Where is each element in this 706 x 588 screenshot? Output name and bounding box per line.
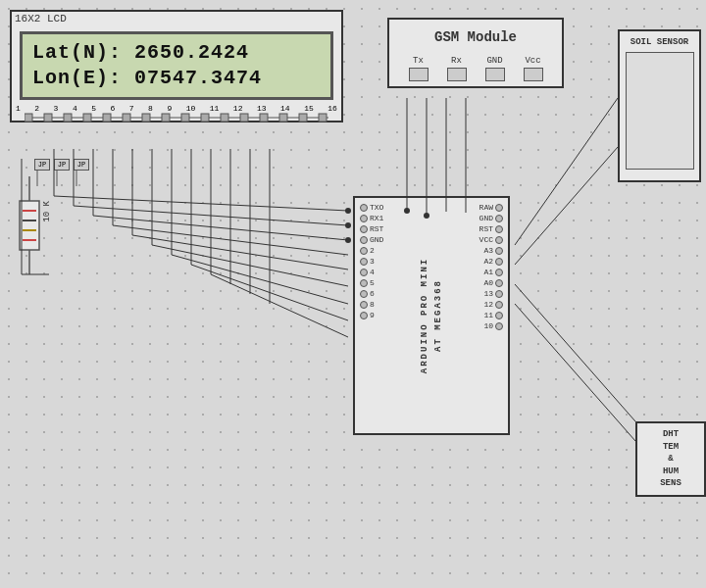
arduino-pin-3: 3	[360, 257, 383, 266]
svg-rect-14	[279, 114, 287, 122]
svg-line-41	[172, 255, 348, 304]
svg-rect-18	[20, 201, 39, 250]
svg-rect-12	[240, 114, 248, 122]
resistor-label: 10 K	[42, 201, 52, 222]
arduino-pin-a2: A2	[479, 257, 503, 266]
arduino-pin-11: 11	[479, 311, 503, 319]
svg-rect-9	[181, 114, 189, 122]
arduino-pin-8: 8	[360, 300, 383, 309]
svg-line-36	[74, 206, 348, 225]
svg-rect-11	[221, 114, 228, 122]
svg-rect-5	[103, 114, 111, 122]
arduino-pin-6: 6	[360, 289, 383, 298]
arduino-pin-13: 13	[479, 289, 503, 298]
svg-line-35	[54, 196, 348, 211]
svg-rect-10	[201, 114, 209, 122]
dht-sensor-title: DHT TEM & HUM SENS	[641, 428, 700, 490]
svg-point-57	[345, 208, 351, 214]
svg-line-55	[515, 284, 635, 421]
arduino-pin-a3: A3	[479, 246, 503, 255]
arduino-pin-rst: RST	[360, 224, 383, 233]
arduino-pin-gnd: GND	[360, 235, 383, 244]
arduino-pin-10: 10	[479, 321, 503, 330]
lcd-module: 16X2 LCD Lat(N): 2650.2424 Lon(E): 07547…	[10, 10, 343, 122]
lcd-screen: Lat(N): 2650.2424 Lon(E): 07547.3474	[20, 31, 333, 100]
svg-point-58	[345, 222, 351, 228]
arduino-pin-2: 2	[360, 246, 383, 255]
arduino-pin-5: 5	[360, 278, 383, 287]
arduino-pin-9: 9	[360, 311, 383, 319]
svg-rect-7	[142, 114, 150, 122]
gsm-pin-vcc	[524, 68, 543, 81]
svg-rect-4	[83, 114, 91, 122]
svg-rect-16	[319, 114, 327, 122]
svg-rect-2	[44, 114, 52, 122]
dht-sensor-module: DHT TEM & HUM SENS	[635, 421, 706, 497]
arduino-left-pins: TXO RX1 RST GND 2 3 4 5 6 8 9	[360, 203, 383, 319]
arduino-pin-a0: A0	[479, 278, 503, 287]
svg-rect-15	[299, 114, 307, 122]
svg-line-40	[152, 245, 348, 286]
svg-rect-6	[123, 114, 130, 122]
gsm-pins: Tx Rx GND Vcc	[389, 53, 562, 86]
svg-line-38	[113, 225, 348, 255]
gsm-module: GSM Module Tx Rx GND Vcc	[387, 18, 564, 88]
svg-line-39	[132, 235, 348, 270]
arduino-pin-rx1: RX1	[360, 214, 383, 222]
gsm-pin-tx	[409, 68, 429, 81]
gsm-pin-rx	[447, 68, 467, 81]
lcd-line1: Lat(N): 2650.2424	[32, 40, 321, 66]
svg-line-43	[211, 274, 348, 337]
svg-rect-1	[25, 114, 32, 122]
svg-line-53	[515, 98, 618, 245]
svg-line-37	[93, 216, 348, 240]
gsm-pin-gnd	[485, 68, 505, 81]
svg-rect-3	[64, 114, 72, 122]
arduino-pin-rst2: RST	[479, 224, 503, 233]
jp-block-2: JP	[54, 159, 70, 171]
soil-sensor-title: SOIL SENSOR	[624, 37, 695, 47]
arduino-pin-4: 4	[360, 268, 383, 276]
arduino-pin-a1: A1	[479, 268, 503, 276]
arduino-pin-raw: RAW	[479, 203, 503, 212]
lcd-pin-row: 1 2 3 4 5 6 7 8 9 10 11 12 13 14 15 16	[12, 104, 341, 113]
lcd-line2: Lon(E): 07547.3474	[32, 66, 321, 91]
arduino-title: ARDUINO PRO MINI AT MEGA368	[418, 258, 446, 373]
svg-rect-13	[260, 114, 268, 122]
lcd-title: 16X2 LCD	[12, 12, 341, 25]
arduino-inner: TXO RX1 RST GND 2 3 4 5 6 8 9 ARDUINO PR…	[355, 198, 508, 433]
soil-sensor-module: SOIL SENSOR	[618, 29, 701, 182]
svg-rect-8	[162, 114, 170, 122]
svg-line-56	[515, 304, 635, 441]
resistor-area: 10 K	[15, 176, 64, 279]
svg-point-59	[345, 237, 351, 243]
gsm-title: GSM Module	[389, 20, 562, 53]
arduino-right-pins: RAW GND RST VCC A3 A2 A1 A0 13 12 11 10	[479, 203, 503, 330]
svg-line-54	[515, 147, 618, 265]
arduino-pin-gnd2: GND	[479, 214, 503, 222]
arduino-pin-txo: TXO	[360, 203, 383, 212]
arduino-pin-vcc: VCC	[479, 235, 503, 244]
svg-line-42	[191, 265, 348, 320]
arduino-pin-12: 12	[479, 300, 503, 309]
jp-block-1: JP	[34, 159, 50, 171]
jp-block-3: JP	[74, 159, 89, 171]
arduino-module: TXO RX1 RST GND 2 3 4 5 6 8 9 ARDUINO PR…	[353, 196, 510, 435]
